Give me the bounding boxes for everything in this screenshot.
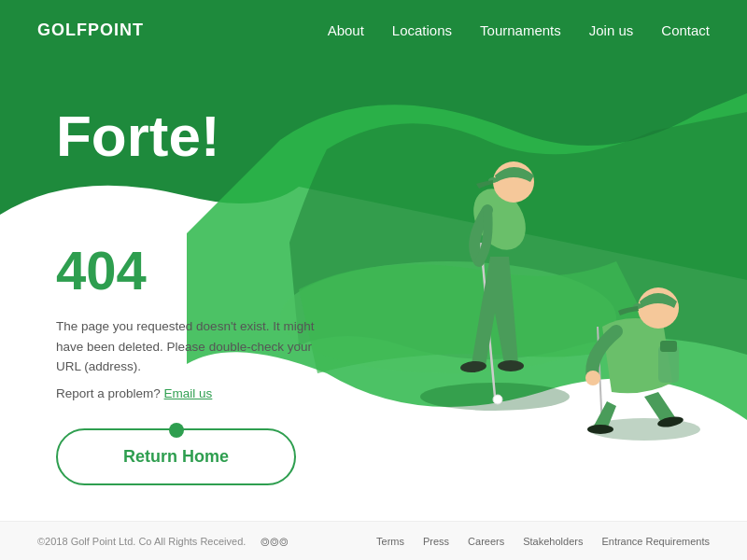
error-message: The page you requested doesn't exist. It… <box>56 316 317 377</box>
copyright: ©2018 Golf Point Ltd. Co All Rights Rece… <box>37 536 246 547</box>
nav-tournaments[interactable]: Tournaments <box>480 22 561 38</box>
footer-terms[interactable]: Terms <box>376 536 404 547</box>
footer-careers[interactable]: Careers <box>468 536 504 547</box>
footer-links: Terms Press Careers Stakeholders Entranc… <box>376 536 710 547</box>
page-headline: Forte! <box>56 103 220 169</box>
olympic-rings-icon: ⌾⌾⌾ <box>261 533 289 550</box>
nav-join-us[interactable]: Join us <box>589 22 634 38</box>
main-content: 404 The page you requested doesn't exist… <box>56 239 317 485</box>
footer: ©2018 Golf Point Ltd. Co All Rights Rece… <box>0 521 747 560</box>
golfers-illustration <box>327 37 747 467</box>
footer-press[interactable]: Press <box>423 536 449 547</box>
nav-contact[interactable]: Contact <box>661 22 710 38</box>
logo: GOLFPOINT <box>37 21 144 40</box>
footer-left: ©2018 Golf Point Ltd. Co All Rights Rece… <box>37 533 289 550</box>
nav-locations[interactable]: Locations <box>392 22 452 38</box>
button-dot <box>169 423 184 438</box>
svg-point-12 <box>587 425 613 434</box>
footer-stakeholders[interactable]: Stakeholders <box>523 536 583 547</box>
error-code: 404 <box>56 239 317 301</box>
main-nav: About Locations Tournaments Join us Cont… <box>328 22 710 38</box>
email-link[interactable]: Email us <box>164 386 213 400</box>
report-text: Report a problem? Email us <box>56 386 317 400</box>
svg-rect-18 <box>660 341 677 352</box>
svg-point-7 <box>498 360 524 371</box>
nav-about[interactable]: About <box>328 22 364 38</box>
return-home-button[interactable]: Return Home <box>56 428 296 485</box>
footer-entrance[interactable]: Entrance Requirements <box>601 536 710 547</box>
svg-point-14 <box>585 371 600 385</box>
svg-point-4 <box>493 395 502 404</box>
